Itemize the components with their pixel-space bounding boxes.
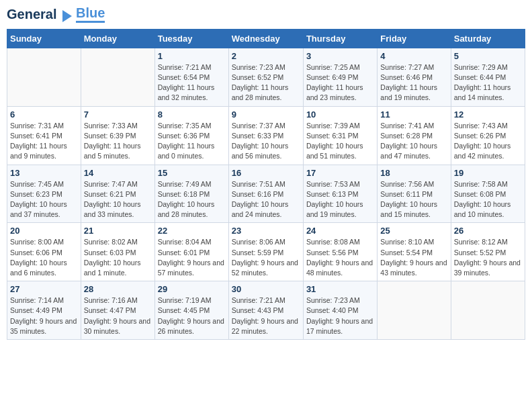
- day-number: 20: [10, 226, 78, 236]
- day-detail: Sunrise: 7:33 AMSunset: 6:39 PMDaylight:…: [84, 121, 152, 162]
- header-cell-saturday: Saturday: [451, 29, 525, 48]
- day-detail: Sunrise: 8:10 AMSunset: 5:54 PMDaylight:…: [380, 237, 447, 278]
- day-detail: Sunrise: 7:25 AMSunset: 6:49 PMDaylight:…: [306, 62, 374, 103]
- day-number: 2: [232, 51, 300, 61]
- day-cell: [451, 281, 525, 340]
- day-number: 14: [84, 168, 152, 178]
- week-row-2: 6Sunrise: 7:31 AMSunset: 6:41 PMDaylight…: [7, 106, 525, 165]
- day-cell: 20Sunrise: 8:00 AMSunset: 6:06 PMDayligh…: [7, 223, 81, 281]
- day-cell: 1Sunrise: 7:21 AMSunset: 6:54 PMDaylight…: [154, 48, 228, 106]
- week-row-4: 20Sunrise: 8:00 AMSunset: 6:06 PMDayligh…: [7, 223, 525, 281]
- day-number: 6: [10, 109, 78, 120]
- day-cell: [7, 48, 81, 106]
- svg-marker-0: [62, 10, 72, 22]
- day-detail: Sunrise: 8:12 AMSunset: 5:52 PMDaylight:…: [454, 237, 522, 278]
- day-number: 15: [158, 168, 226, 178]
- day-detail: Sunrise: 7:21 AMSunset: 6:54 PMDaylight:…: [158, 62, 226, 103]
- logo-text-general: General: [7, 7, 56, 21]
- day-number: 26: [454, 226, 522, 236]
- day-detail: Sunrise: 7:45 AMSunset: 6:23 PMDaylight:…: [10, 179, 78, 220]
- day-cell: 22Sunrise: 8:04 AMSunset: 6:01 PMDayligh…: [154, 223, 228, 281]
- day-number: 22: [158, 226, 226, 236]
- header-cell-tuesday: Tuesday: [154, 29, 228, 48]
- day-number: 7: [84, 109, 152, 120]
- day-number: 9: [232, 109, 300, 120]
- day-number: 8: [158, 109, 226, 120]
- day-cell: 14Sunrise: 7:47 AMSunset: 6:21 PMDayligh…: [81, 165, 154, 223]
- day-number: 30: [232, 284, 300, 294]
- day-number: 4: [380, 51, 447, 61]
- day-detail: Sunrise: 8:08 AMSunset: 5:56 PMDaylight:…: [306, 237, 374, 278]
- logo-arrow-icon: [60, 9, 75, 24]
- day-number: 18: [380, 168, 447, 178]
- day-number: 13: [10, 168, 78, 178]
- day-number: 17: [306, 168, 374, 178]
- day-detail: Sunrise: 7:43 AMSunset: 6:26 PMDaylight:…: [454, 121, 522, 162]
- day-cell: 5Sunrise: 7:29 AMSunset: 6:44 PMDaylight…: [451, 48, 525, 106]
- day-number: 16: [232, 168, 300, 178]
- day-detail: Sunrise: 7:31 AMSunset: 6:41 PMDaylight:…: [10, 121, 78, 162]
- day-number: 24: [306, 226, 374, 236]
- header-row: SundayMondayTuesdayWednesdayThursdayFrid…: [7, 29, 525, 48]
- header-cell-wednesday: Wednesday: [228, 29, 303, 48]
- day-cell: 31Sunrise: 7:23 AMSunset: 4:40 PMDayligh…: [303, 281, 377, 340]
- day-cell: 24Sunrise: 8:08 AMSunset: 5:56 PMDayligh…: [303, 223, 377, 281]
- day-number: 5: [454, 51, 522, 61]
- day-number: 1: [158, 51, 226, 61]
- day-detail: Sunrise: 7:23 AMSunset: 4:40 PMDaylight:…: [306, 295, 374, 336]
- day-cell: 26Sunrise: 8:12 AMSunset: 5:52 PMDayligh…: [451, 223, 525, 281]
- day-number: 19: [454, 168, 522, 178]
- day-cell: 15Sunrise: 7:49 AMSunset: 6:18 PMDayligh…: [154, 165, 228, 223]
- day-number: 29: [158, 284, 226, 294]
- day-cell: 18Sunrise: 7:56 AMSunset: 6:11 PMDayligh…: [378, 165, 451, 223]
- day-detail: Sunrise: 7:53 AMSunset: 6:13 PMDaylight:…: [306, 179, 374, 220]
- day-detail: Sunrise: 7:16 AMSunset: 4:47 PMDaylight:…: [84, 295, 152, 336]
- day-cell: 16Sunrise: 7:51 AMSunset: 6:16 PMDayligh…: [228, 165, 303, 223]
- logo-line: [76, 21, 105, 23]
- day-detail: Sunrise: 7:23 AMSunset: 6:52 PMDaylight:…: [232, 62, 300, 103]
- day-cell: 28Sunrise: 7:16 AMSunset: 4:47 PMDayligh…: [81, 281, 154, 340]
- day-detail: Sunrise: 8:00 AMSunset: 6:06 PMDaylight:…: [10, 237, 78, 278]
- day-cell: 29Sunrise: 7:19 AMSunset: 4:45 PMDayligh…: [154, 281, 228, 340]
- logo-text-blue: Blue: [76, 5, 105, 21]
- day-detail: Sunrise: 8:04 AMSunset: 6:01 PMDaylight:…: [158, 237, 226, 278]
- day-detail: Sunrise: 7:21 AMSunset: 4:43 PMDaylight:…: [232, 295, 300, 336]
- day-detail: Sunrise: 7:35 AMSunset: 6:36 PMDaylight:…: [158, 121, 226, 162]
- day-detail: Sunrise: 7:37 AMSunset: 6:33 PMDaylight:…: [232, 121, 300, 162]
- day-cell: 30Sunrise: 7:21 AMSunset: 4:43 PMDayligh…: [228, 281, 303, 340]
- day-number: 21: [84, 226, 152, 236]
- header-cell-friday: Friday: [378, 29, 451, 48]
- week-row-3: 13Sunrise: 7:45 AMSunset: 6:23 PMDayligh…: [7, 165, 525, 223]
- day-cell: 6Sunrise: 7:31 AMSunset: 6:41 PMDaylight…: [7, 106, 81, 165]
- day-cell: 2Sunrise: 7:23 AMSunset: 6:52 PMDaylight…: [228, 48, 303, 106]
- week-row-5: 27Sunrise: 7:14 AMSunset: 4:49 PMDayligh…: [7, 281, 525, 340]
- day-detail: Sunrise: 7:49 AMSunset: 6:18 PMDaylight:…: [158, 179, 226, 220]
- logo: General Blue: [7, 7, 105, 24]
- logo-combined: General Blue: [7, 7, 105, 24]
- day-detail: Sunrise: 7:27 AMSunset: 6:46 PMDaylight:…: [380, 62, 447, 103]
- day-number: 3: [306, 51, 374, 61]
- day-detail: Sunrise: 7:14 AMSunset: 4:49 PMDaylight:…: [10, 295, 78, 336]
- day-number: 23: [232, 226, 300, 236]
- header-cell-thursday: Thursday: [303, 29, 377, 48]
- day-detail: Sunrise: 7:39 AMSunset: 6:31 PMDaylight:…: [306, 121, 374, 162]
- day-number: 10: [306, 109, 374, 120]
- day-cell: 13Sunrise: 7:45 AMSunset: 6:23 PMDayligh…: [7, 165, 81, 223]
- day-cell: [81, 48, 154, 106]
- day-cell: 19Sunrise: 7:58 AMSunset: 6:08 PMDayligh…: [451, 165, 525, 223]
- day-cell: 27Sunrise: 7:14 AMSunset: 4:49 PMDayligh…: [7, 281, 81, 340]
- day-detail: Sunrise: 7:58 AMSunset: 6:08 PMDaylight:…: [454, 179, 522, 220]
- day-cell: 10Sunrise: 7:39 AMSunset: 6:31 PMDayligh…: [303, 106, 377, 165]
- day-detail: Sunrise: 7:41 AMSunset: 6:28 PMDaylight:…: [380, 121, 447, 162]
- day-detail: Sunrise: 8:02 AMSunset: 6:03 PMDaylight:…: [84, 237, 152, 278]
- day-number: 12: [454, 109, 522, 120]
- day-number: 31: [306, 284, 374, 294]
- day-cell: 7Sunrise: 7:33 AMSunset: 6:39 PMDaylight…: [81, 106, 154, 165]
- day-cell: [378, 281, 451, 340]
- day-detail: Sunrise: 7:56 AMSunset: 6:11 PMDaylight:…: [380, 179, 447, 220]
- week-row-1: 1Sunrise: 7:21 AMSunset: 6:54 PMDaylight…: [7, 48, 525, 106]
- day-number: 11: [380, 109, 447, 120]
- day-cell: 3Sunrise: 7:25 AMSunset: 6:49 PMDaylight…: [303, 48, 377, 106]
- page-header: General Blue: [7, 7, 525, 24]
- day-cell: 4Sunrise: 7:27 AMSunset: 6:46 PMDaylight…: [378, 48, 451, 106]
